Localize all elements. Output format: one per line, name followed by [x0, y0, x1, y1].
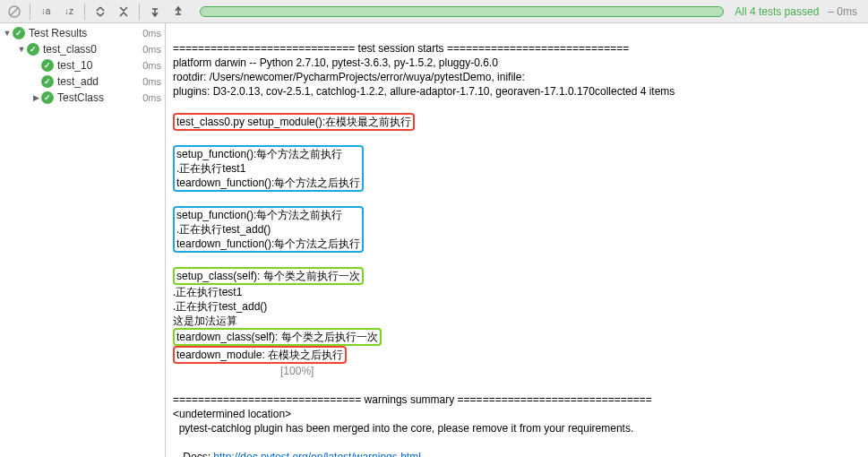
sort-alpha-icon[interactable]: ↓a [35, 2, 56, 22]
output-line: <undetermined location> [173, 408, 291, 420]
tree-time: 0ms [142, 76, 161, 87]
tree-time: 0ms [142, 60, 161, 71]
highlight-red: teardown_module: 在模块之后执行 [173, 346, 347, 364]
tree-row[interactable]: ▼test_class00ms [0, 41, 165, 57]
chevron-down-icon[interactable]: ▼ [2, 29, 13, 38]
separator [139, 4, 140, 20]
output-line: platform darwin -- Python 2.7.10, pytest… [173, 56, 498, 69]
tree-label: test_add [57, 75, 142, 88]
pass-icon [27, 43, 39, 56]
status-time-label: – 0ms [828, 5, 857, 18]
tree-label: TestClass [57, 91, 142, 104]
next-failed-icon[interactable] [168, 2, 189, 22]
pass-icon [41, 59, 54, 72]
tree-time: 0ms [142, 28, 161, 39]
test-tree[interactable]: ▼ Test Results 0ms ▼test_class00mstest_1… [0, 23, 166, 457]
output-line: teardown_function():每个方法之后执行 [176, 237, 360, 250]
highlight-green: teardown_class(self): 每个类之后执行一次 [173, 328, 382, 346]
output-line: .正在执行test1 [173, 286, 242, 298]
output-line: .正在执行test1 [176, 162, 245, 175]
collapse-all-icon[interactable] [113, 2, 134, 22]
tree-row[interactable]: test_add0ms [0, 73, 165, 90]
output-line: ============================== warnings … [173, 393, 652, 406]
output-line: pytest-catchlog plugin has been merged i… [173, 422, 633, 435]
content-area: ▼ Test Results 0ms ▼test_class00mstest_1… [0, 23, 868, 457]
highlight-green: setup_class(self): 每个类之前执行一次 [173, 267, 364, 285]
docs-link[interactable]: http://doc.pytest.org/en/latest/warnings… [213, 451, 420, 457]
separator [30, 4, 30, 20]
output-line: ============================= test sessi… [173, 42, 629, 55]
highlight-blue: setup_function():每个方法之前执行 .正在执行test1 tea… [173, 145, 364, 192]
output-progress: [100%] [173, 365, 314, 377]
pass-icon [41, 75, 54, 88]
highlight-red: test_class0.py setup_module():在模块最之前执行 [173, 113, 415, 131]
output-line: teardown_function():每个方法之后执行 [176, 177, 360, 189]
chevron-right-icon[interactable]: ▶ [30, 93, 41, 102]
tree-row[interactable]: test_100ms [0, 57, 165, 73]
console-output[interactable]: ============================= test sessi… [166, 23, 868, 457]
tree-time: 0ms [142, 44, 161, 55]
toolbar: ↓a ↓z All 4 tests passed – 0ms [0, 0, 868, 23]
pass-icon [13, 27, 25, 39]
chevron-down-icon[interactable]: ▼ [16, 45, 27, 54]
output-line: .正在执行test_add() [176, 223, 271, 236]
tree-time: 0ms [142, 92, 161, 103]
output-line: rootdir: /Users/newcomer/PycharmProjects… [173, 71, 525, 83]
prev-failed-icon[interactable] [144, 2, 166, 22]
pass-icon [41, 91, 54, 104]
expand-all-icon[interactable] [90, 2, 111, 22]
output-line: setup_function():每个方法之前执行 [176, 148, 342, 160]
sort-alpha-rev-icon[interactable]: ↓z [58, 2, 80, 22]
highlight-blue: setup_function():每个方法之前执行 .正在执行test_add(… [173, 206, 364, 253]
tree-row[interactable]: ▶TestClass0ms [0, 90, 165, 106]
svg-line-1 [11, 8, 18, 15]
test-progress-bar [200, 6, 724, 17]
output-line: setup_function():每个方法之前执行 [176, 209, 342, 221]
output-line: .正在执行test_add() [173, 300, 267, 313]
output-line: plugins: D3-2.0.13, cov-2.5.1, catchlog-… [173, 85, 675, 98]
tree-label: Test Results [29, 27, 142, 39]
hide-passed-icon[interactable] [4, 2, 25, 22]
output-line: 这是加法运算 [173, 315, 237, 327]
tree-root[interactable]: ▼ Test Results 0ms [0, 25, 165, 41]
status-pass-label: All 4 tests passed [735, 5, 819, 18]
separator [84, 4, 85, 20]
output-line: -- Docs: http://doc.pytest.org/en/latest… [173, 451, 421, 457]
docs-prefix: -- Docs: [173, 451, 213, 457]
tree-label: test_10 [57, 59, 142, 72]
tree-label: test_class0 [43, 43, 142, 56]
